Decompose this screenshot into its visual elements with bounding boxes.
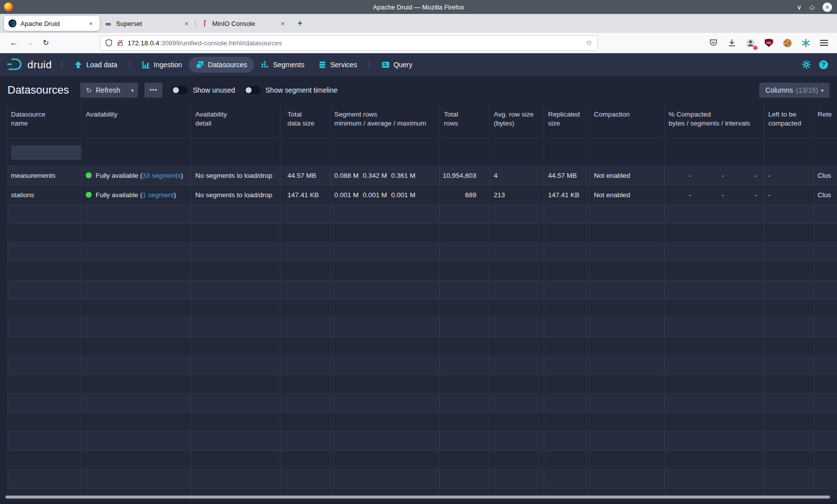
nav-item-label: Ingestion [154,61,182,69]
ublock-icon[interactable]: UO [763,37,775,49]
services-icon [318,61,326,69]
cell-availability-detail: No segments to load/drop [191,185,280,205]
druid-favicon-icon [8,19,16,27]
table-row-measurements[interactable]: measurements Fully available (33 segment… [7,166,837,185]
toggle-knob [173,87,179,93]
nav-item-segments[interactable]: Segments [254,57,311,73]
empty-table-row [7,243,837,261]
account-extension-icon[interactable]: × [744,37,756,49]
tab-close-icon[interactable]: × [278,19,287,28]
column-header-segment-rows[interactable]: Segment rowsminimum / average / maximum [331,105,440,139]
more-actions-button[interactable]: ••• [144,83,162,98]
cell-datasource-name: measurements [7,166,82,185]
cookie-extension-icon[interactable] [781,37,793,49]
cell-availability-detail: No segments to load/drop [191,166,280,185]
shield-icon[interactable] [105,39,113,47]
refresh-icon: ↻ [86,87,92,94]
column-header-retention[interactable]: Rete [814,105,837,139]
cell-pct-compacted: --- [665,166,764,185]
table-body: measurements Fully available (33 segment… [7,166,837,504]
downloads-icon[interactable] [726,37,738,49]
forward-button[interactable]: → [22,38,38,48]
show-segment-timeline-toggle[interactable] [245,86,261,94]
window-close-icon[interactable]: × [823,2,832,12]
column-header-avg-row-size[interactable]: Avg. row size(bytes) [490,105,544,139]
cell-retention: Clus [814,185,837,205]
empty-table-row [7,224,837,243]
nav-divider [130,59,130,70]
column-header-replicated-size[interactable]: Replicatedsize [544,105,590,139]
url-bar[interactable]: 172.18.0.4:30899/unified-console.html#da… [100,35,598,51]
nav-item-load-data[interactable]: Load data [67,57,124,73]
tab-minio-console[interactable]: MinIO Console × [196,16,291,31]
datasources-table: Datasourcename Availability Availability… [0,105,837,504]
column-header-availability[interactable]: Availability [82,105,191,139]
chevron-down-icon: ▾ [821,88,824,93]
load-data-icon [74,61,82,69]
column-header-availability-detail[interactable]: Availabilitydetail [191,105,280,139]
window-minimize-icon[interactable]: ∨ [797,4,802,10]
nav-item-label: Services [330,61,357,69]
empty-table-row [7,470,837,489]
datasource-name-filter-input[interactable] [11,145,81,160]
table-filter-row [7,139,837,166]
empty-table-row [7,356,837,375]
tab-close-icon[interactable]: × [86,19,95,28]
columns-count: (13/15) [796,86,818,94]
show-segment-timeline-label: Show segment timeline [266,86,338,94]
nav-item-ingestion[interactable]: Ingestion [135,57,189,73]
nav-item-datasources[interactable]: Datasources [189,57,254,73]
window-maximize-icon[interactable]: ◇ [810,4,815,10]
nav-item-services[interactable]: Services [311,57,364,73]
insecure-lock-icon[interactable] [117,39,124,47]
ingestion-icon [142,61,150,69]
back-button[interactable]: ← [6,38,22,48]
empty-table-row [7,299,837,318]
nav-item-query[interactable]: Query [375,57,419,73]
minio-favicon-icon [200,19,208,27]
column-header-datasource-name[interactable]: Datasourcename [7,105,82,139]
segments-link[interactable]: 1 segment [142,191,174,199]
empty-table-row [7,432,837,451]
column-header-left-to-be-compacted[interactable]: Left to becompacted [764,105,814,139]
refresh-button[interactable]: ↻ Refresh [80,83,127,98]
cell-left-to-be-compacted: - [764,166,814,185]
empty-table-row [7,318,837,337]
column-header-total-data-size[interactable]: Totaldata size [280,105,331,139]
column-header-pct-compacted[interactable]: % Compactedbytes / segments / intervals [665,105,764,139]
cell-left-to-be-compacted: - [764,185,814,205]
available-status-dot [86,172,92,178]
asterisk-extension-icon[interactable] [800,37,812,49]
column-header-total-rows[interactable]: Totalrows [440,105,490,139]
tab-title: Apache Druid [20,20,86,27]
column-header-compaction[interactable]: Compaction [590,105,665,139]
columns-label: Columns [765,86,793,94]
druid-logo-icon [6,57,23,72]
tab-apache-druid[interactable]: Apache Druid × [4,16,100,31]
extension-error-badge: × [753,46,757,50]
reload-button[interactable]: ↻ [38,38,54,47]
settings-gear-icon[interactable] [802,60,811,69]
bookmark-star-icon[interactable]: ☆ [586,38,592,47]
nav-item-label: Datasources [208,61,247,69]
help-icon[interactable]: ? [819,60,828,69]
table-row-stations[interactable]: stations Fully available (1 segment) No … [7,185,837,205]
cell-avg-row-size: 213 [490,185,544,205]
segments-link[interactable]: 33 segments [142,172,181,179]
cell-total-rows: 10,954,603 [440,166,490,185]
new-tab-button[interactable]: + [291,18,309,29]
columns-button[interactable]: Columns (13/15) ▾ [759,83,830,98]
pocket-icon[interactable] [707,37,719,49]
window-titlebar: Apache Druid — Mozilla Firefox ∨ ◇ × [0,0,837,14]
toggle-knob [246,87,252,93]
menu-icon[interactable] [818,37,830,49]
refresh-dropdown-button[interactable]: ▾ [126,83,138,98]
show-unused-label: Show unused [193,86,235,94]
show-unused-toggle[interactable] [172,86,188,94]
firefox-logo-icon [4,2,13,11]
druid-brand[interactable]: druid [6,57,52,72]
tab-close-icon[interactable]: × [182,19,191,28]
horizontal-scrollbar[interactable] [5,496,830,499]
tab-superset[interactable]: ∞ Superset × [100,16,195,31]
nav-divider [369,59,370,70]
